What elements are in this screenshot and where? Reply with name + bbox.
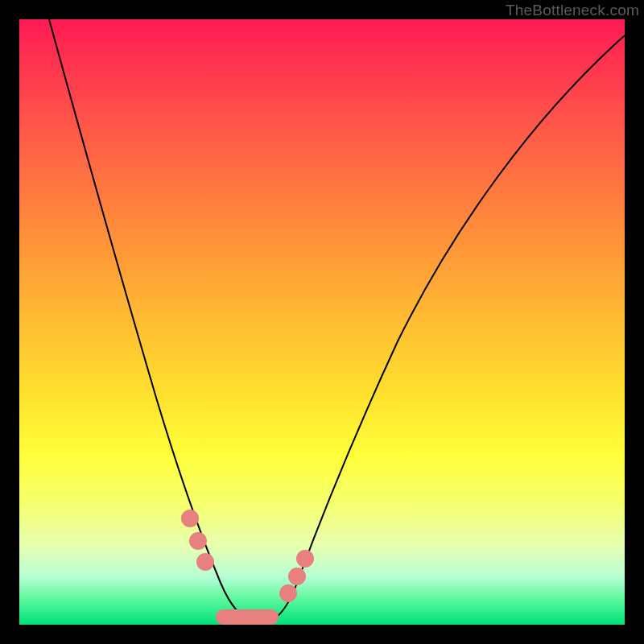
curve-minimum-marker bbox=[216, 609, 279, 625]
marker-dot-icon bbox=[189, 532, 207, 550]
chart-svg bbox=[19, 19, 625, 625]
marker-dot-icon bbox=[196, 553, 214, 571]
marker-dot-icon bbox=[296, 550, 314, 568]
marker-dot-icon bbox=[279, 584, 297, 602]
chart-frame: TheBottleneck.com bbox=[0, 0, 644, 644]
bottleneck-curve bbox=[49, 19, 625, 622]
marker-dot-icon bbox=[288, 568, 306, 585]
watermark-text: TheBottleneck.com bbox=[506, 2, 639, 19]
plot-area bbox=[19, 19, 625, 625]
marker-dot-icon bbox=[181, 510, 199, 527]
